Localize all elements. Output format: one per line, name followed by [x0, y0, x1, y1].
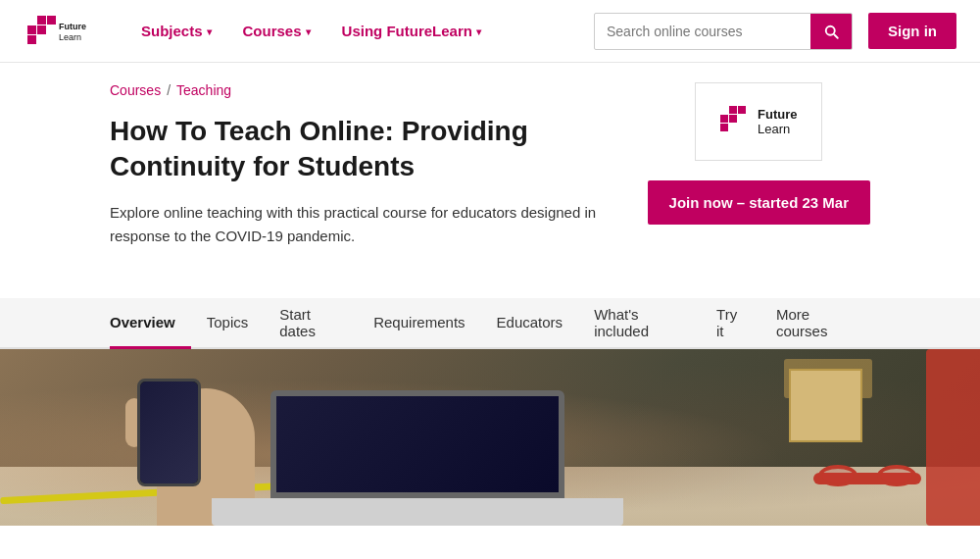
tab-more-courses[interactable]: More courses — [760, 298, 870, 349]
nav-courses[interactable]: Courses ▾ — [227, 0, 326, 63]
svg-rect-4 — [47, 16, 56, 25]
tab-whats-included[interactable]: What's included — [578, 298, 701, 349]
join-button[interactable]: Join now – started 23 Mar — [648, 180, 870, 225]
svg-rect-2 — [37, 25, 46, 34]
svg-text:Learn: Learn — [59, 32, 81, 42]
breadcrumb: Courses / Teaching — [110, 82, 648, 98]
chevron-down-icon: ▾ — [306, 26, 311, 37]
tab-start-dates[interactable]: Start dates — [264, 298, 358, 349]
svg-text:Future: Future — [59, 22, 86, 31]
chevron-down-icon: ▾ — [207, 26, 212, 37]
svg-rect-7 — [720, 124, 728, 131]
partner-name-line2: Learn — [758, 122, 797, 136]
tab-overview[interactable]: Overview — [110, 298, 191, 349]
partner-logo: Future Learn — [695, 82, 822, 161]
tab-topics[interactable]: Topics — [191, 298, 265, 349]
tab-educators[interactable]: Educators — [481, 298, 579, 349]
nav-subjects[interactable]: Subjects ▾ — [125, 0, 227, 63]
signin-button[interactable]: Sign in — [868, 13, 956, 49]
svg-rect-8 — [720, 115, 728, 123]
header-actions: Sign in — [594, 13, 956, 50]
main-nav: Subjects ▾ Courses ▾ Using FutureLearn ▾ — [125, 0, 594, 63]
svg-rect-1 — [27, 25, 36, 34]
partner-name-line1: Future — [758, 107, 797, 122]
search-icon — [822, 23, 840, 40]
svg-rect-9 — [729, 115, 737, 123]
svg-rect-11 — [738, 106, 746, 114]
course-tabs-nav: Overview Topics Start dates Requirements… — [0, 298, 980, 349]
search-container — [594, 13, 853, 50]
svg-rect-10 — [729, 106, 737, 114]
breadcrumb-separator: / — [167, 82, 171, 98]
site-header: Future Learn Subjects ▾ Courses ▾ Using … — [0, 0, 980, 63]
tab-requirements[interactable]: Requirements — [358, 298, 480, 349]
futurelearn-logo-icon — [720, 102, 752, 141]
course-sidebar: Future Learn Join now – started 23 Mar — [648, 82, 870, 225]
tab-try-it[interactable]: Try it — [701, 298, 760, 349]
svg-rect-3 — [37, 16, 46, 25]
search-input[interactable] — [595, 16, 810, 47]
nav-using-futurelearn[interactable]: Using FutureLearn ▾ — [326, 0, 497, 63]
course-details: Courses / Teaching How To Teach Online: … — [110, 82, 648, 248]
course-hero-image — [0, 349, 980, 526]
breadcrumb-courses-link[interactable]: Courses — [110, 82, 161, 98]
site-logo[interactable]: Future Learn — [24, 8, 94, 55]
search-button[interactable] — [810, 14, 852, 49]
breadcrumb-current[interactable]: Teaching — [176, 82, 231, 98]
course-description: Explore online teaching with this practi… — [110, 201, 648, 248]
chevron-down-icon: ▾ — [476, 26, 481, 37]
course-title: How To Teach Online: Providing Continuit… — [110, 114, 648, 185]
svg-rect-0 — [27, 35, 36, 44]
course-info-section: Courses / Teaching How To Teach Online: … — [0, 63, 980, 298]
